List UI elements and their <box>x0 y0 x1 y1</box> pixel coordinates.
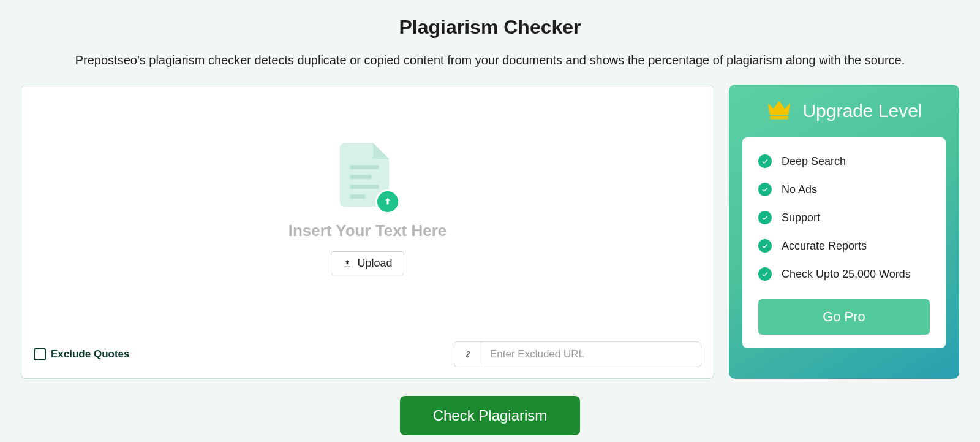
page-subtitle: Prepostseo's plagiarism checker detects … <box>21 53 959 67</box>
upgrade-panel: Upgrade Level Deep Search No Ads Support <box>729 85 959 379</box>
check-icon <box>758 239 772 253</box>
feature-label: Accurate Reports <box>782 240 867 253</box>
feature-item: No Ads <box>758 183 930 196</box>
crown-icon <box>766 98 793 124</box>
feature-label: Deep Search <box>782 155 846 168</box>
feature-label: No Ads <box>782 183 817 196</box>
feature-label: Support <box>782 211 820 224</box>
link-icon <box>454 341 481 367</box>
feature-item: Support <box>758 211 930 224</box>
feature-label: Check Upto 25,000 Words <box>782 268 911 281</box>
check-icon <box>758 154 772 168</box>
check-icon <box>758 267 772 281</box>
feature-item: Check Upto 25,000 Words <box>758 267 930 281</box>
upload-icon <box>342 259 352 269</box>
features-card: Deep Search No Ads Support Accurate Repo… <box>742 137 946 348</box>
svg-rect-0 <box>771 116 788 120</box>
check-icon <box>758 211 772 224</box>
upgrade-title: Upgrade Level <box>802 101 922 121</box>
page-title: Plagiarism Checker <box>21 16 959 39</box>
feature-item: Deep Search <box>758 154 930 168</box>
check-icon <box>758 183 772 196</box>
editor-panel: Insert Your Text Here Upload Exclude Quo… <box>21 85 714 379</box>
exclude-quotes-checkbox[interactable] <box>34 348 46 360</box>
excluded-url-input[interactable] <box>481 341 701 367</box>
go-pro-button[interactable]: Go Pro <box>758 299 930 335</box>
upload-button[interactable]: Upload <box>331 251 404 275</box>
feature-item: Accurate Reports <box>758 239 930 253</box>
editor-placeholder: Insert Your Text Here <box>288 221 447 240</box>
upload-arrow-icon <box>375 189 400 214</box>
text-drop-area[interactable]: Insert Your Text Here Upload <box>21 85 714 333</box>
upload-button-label: Upload <box>357 257 392 270</box>
check-plagiarism-button[interactable]: Check Plagiarism <box>400 396 581 435</box>
document-upload-icon <box>340 143 395 210</box>
exclude-quotes-label[interactable]: Exclude Quotes <box>51 348 129 360</box>
